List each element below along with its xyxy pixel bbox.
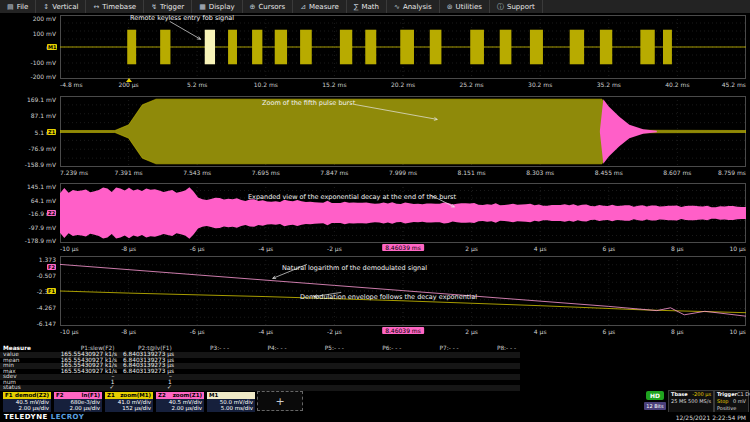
y-axis-label: 100 mV (2, 30, 56, 37)
x-tick-label: -6 µs (190, 328, 205, 335)
x-tick-label: -4.8 ms (60, 81, 83, 88)
x-tick-label: 8 µs (671, 245, 684, 252)
x-tick-label: 10.2 ms (254, 81, 278, 88)
trigger-level: 0 mV (733, 398, 746, 405)
menu-label: Display (209, 3, 235, 11)
menu-cursors[interactable]: ⊕Cursors (243, 0, 294, 13)
waveform-grid-p2[interactable] (60, 96, 746, 167)
x-tick-label: -4 µs (258, 328, 273, 335)
trace-marker-f1[interactable]: F1 (47, 288, 56, 294)
x-tick-label: -4 µs (258, 245, 273, 252)
trace-marker-z1[interactable]: Z1 (47, 129, 56, 135)
hd-badge: HD (646, 391, 664, 400)
annotation: Demodulation envelope follows the decay … (300, 293, 477, 301)
menu-measure[interactable]: ⊿Measure (293, 0, 347, 13)
trace-descriptor-z2[interactable]: Z2zoom(Z1)40.5 mV/div2.00 µs/div (155, 391, 205, 413)
x-tick-label: 200 µs (118, 81, 138, 88)
annotation: Expanded view of the exponential decay a… (248, 193, 456, 201)
horizontal-arrows-icon: ↔ (93, 3, 99, 11)
x-tick-label: -2 µs (327, 245, 342, 252)
menu-trigger[interactable]: ↯Trigger (144, 0, 192, 13)
trace-marker-z2[interactable]: Z2 (47, 210, 56, 216)
x-tick-label: -10 µs (60, 245, 79, 252)
menu-vertical[interactable]: ↕Vertical (36, 0, 86, 13)
descriptor-id: F2 (56, 392, 64, 399)
y-axis-label: -158.9 mV (2, 161, 56, 168)
measure-column-header[interactable]: P5:- - - (291, 345, 348, 352)
trace-marker-f2[interactable]: F2 (47, 264, 56, 270)
file-icon: ▤ (7, 3, 14, 11)
trace-descriptor-m1[interactable]: M150.0 mV/div5.00 ms/div (206, 391, 256, 413)
teledyne-lecroy-logo: TELEDYNE LECROY (4, 413, 84, 421)
x-tick-label: 45.2 ms (722, 81, 746, 88)
menu-utilities[interactable]: ⊛Utilities (440, 0, 490, 13)
trace-descriptor-f2[interactable]: F2ln(F1)680e-3/div2.00 µs/div (53, 391, 103, 413)
descriptor-hscale: 152 µs/div (105, 405, 153, 411)
x-tick-label: 7.239 ms (60, 169, 88, 176)
waveform-grid-p1[interactable] (60, 15, 746, 79)
waveform-grid-p3[interactable] (60, 183, 746, 243)
y-axis-label: -97.9 mV (2, 224, 56, 231)
menu-label: Math (361, 3, 379, 11)
x-tick-label: 5.2 ms (187, 81, 207, 88)
menu-label: Trigger (160, 3, 184, 11)
timebase-summary-box[interactable]: Tbase -200 µs 25 MS 500 MS/s (668, 390, 714, 413)
trigger-title: Trigger (717, 391, 737, 398)
tbase-title: Tbase (671, 391, 688, 398)
x-tick-label: 8.759 ms (718, 169, 746, 176)
x-axis-p1: -4.8 ms200 µs5.2 ms10.2 ms15.2 ms20.2 ms… (60, 79, 746, 90)
menu-label: Cursors (258, 3, 285, 11)
menu-display[interactable]: ▦Display (192, 0, 242, 13)
measure-column-header[interactable]: P8:- - - (463, 345, 520, 352)
measure-row-label: status (0, 385, 61, 391)
bottom-bar: TELEDYNE LECROY 12/25/2021 2:22:54 PM (0, 412, 750, 422)
descriptor-id: F1 (5, 392, 13, 399)
x-tick-label: 8.303 ms (526, 169, 554, 176)
measure-column-header[interactable]: P4:- - - (233, 345, 290, 352)
add-trace-button[interactable]: + (257, 391, 303, 411)
x-tick-label: -2 µs (327, 328, 342, 335)
y-axis-label: -4.267 (2, 304, 56, 311)
y-axis-label: -76.9 mV (2, 145, 56, 152)
y-axis-label: -6.147 (2, 320, 56, 327)
x-tick-label: 30.2 ms (528, 81, 552, 88)
x-tick-label: 8.607 ms (663, 169, 691, 176)
y-axis-label: -178.9 mV (2, 237, 56, 244)
menu-timebase[interactable]: ↔Timebase (86, 0, 144, 13)
x-tick-label: 15.2 ms (322, 81, 346, 88)
menu-label: Timebase (102, 3, 136, 11)
measure-cell (291, 385, 348, 391)
trigger-position-marker[interactable] (126, 78, 132, 82)
x-tick-label: 7.391 ms (115, 169, 143, 176)
descriptor-source: zoom(Z1) (173, 392, 202, 399)
annotation: Zoom of the fifth pulse burst (262, 99, 355, 107)
y-axis-label: -100 mV (2, 59, 56, 66)
bits-badge: 12 Bits (644, 402, 666, 410)
y-axis-label: 1.373 (2, 256, 56, 263)
menu-support[interactable]: ⓘSupport (490, 0, 543, 13)
panel-main-acquisition[interactable]: 200 mV100 mV0 V-100 mV-200 mVM1-4.8 ms20… (0, 15, 750, 91)
menu-analysis[interactable]: ∿Analysis (387, 0, 440, 13)
measure-column-header[interactable]: P3:- - - (176, 345, 233, 352)
trigger-summary-box[interactable]: Trigger C1 DC Stop 0 mV Positive (714, 390, 749, 413)
panel-zoom-z1[interactable]: 169.1 mV87.1 mV5.1 mV-76.9 mV-158.9 mVZ1… (0, 96, 750, 179)
x-tick-label: 6 µs (602, 245, 615, 252)
measure-column-header[interactable]: P6:- - - (348, 345, 405, 352)
x-tick-label: -10 µs (60, 328, 79, 335)
trace-descriptor-f1[interactable]: F1demod(Z2)40.5 mV/div2.00 µs/div (2, 391, 52, 413)
trace-descriptor-z1[interactable]: Z1zoom(M1)41.0 mV/div152 µs/div (104, 391, 154, 413)
descriptor-source: demod(Z2) (15, 392, 49, 399)
descriptor-hscale: 5.00 ms/div (207, 405, 255, 411)
x-tick-label: 4 µs (534, 328, 547, 335)
x-tick-label: 10 µs (730, 328, 747, 335)
x-tick-label: 8.151 ms (458, 169, 486, 176)
y-axis-label: 64.1 mV (2, 197, 56, 204)
x-tick-label: 7.847 ms (320, 169, 348, 176)
measure-column-header[interactable]: P7:- - - (405, 345, 462, 352)
menu-file[interactable]: ▤File (0, 0, 36, 13)
menu-math[interactable]: ∑Math (347, 0, 387, 13)
trace-marker-m1[interactable]: M1 (47, 44, 57, 50)
tbase-samples: 25 MS (671, 398, 686, 405)
x-tick-label: -8 µs (121, 245, 136, 252)
brand-lecroy: LECROY (51, 413, 85, 421)
